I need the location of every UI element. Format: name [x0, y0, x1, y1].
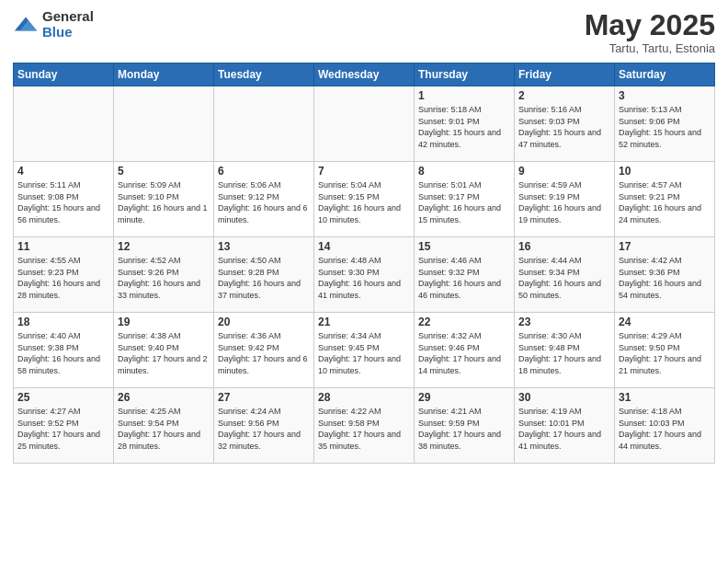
day-info: Sunrise: 4:40 AM Sunset: 9:38 PM Dayligh…	[17, 330, 109, 376]
logo-blue: Blue	[42, 25, 94, 40]
calendar-cell: 18Sunrise: 4:40 AM Sunset: 9:38 PM Dayli…	[14, 313, 114, 388]
calendar-cell: 31Sunrise: 4:18 AM Sunset: 10:03 PM Dayl…	[615, 388, 715, 464]
calendar-body: 1Sunrise: 5:18 AM Sunset: 9:01 PM Daylig…	[14, 86, 715, 464]
calendar-cell: 26Sunrise: 4:25 AM Sunset: 9:54 PM Dayli…	[114, 388, 214, 464]
day-info: Sunrise: 5:11 AM Sunset: 9:08 PM Dayligh…	[17, 179, 109, 225]
day-number: 14	[318, 240, 410, 253]
day-info: Sunrise: 5:18 AM Sunset: 9:01 PM Dayligh…	[418, 104, 510, 150]
day-number: 30	[518, 391, 610, 404]
day-info: Sunrise: 5:13 AM Sunset: 9:06 PM Dayligh…	[619, 104, 711, 150]
day-number: 26	[118, 391, 210, 404]
logo: General Blue	[13, 9, 94, 40]
day-info: Sunrise: 4:30 AM Sunset: 9:48 PM Dayligh…	[518, 330, 610, 376]
day-info: Sunrise: 4:44 AM Sunset: 9:34 PM Dayligh…	[518, 255, 610, 301]
day-number: 16	[518, 240, 610, 253]
header-monday: Monday	[114, 63, 214, 86]
logo-icon	[13, 12, 39, 38]
day-number: 15	[418, 240, 510, 253]
day-info: Sunrise: 4:38 AM Sunset: 9:40 PM Dayligh…	[118, 330, 210, 376]
calendar-cell	[114, 86, 214, 162]
day-info: Sunrise: 4:22 AM Sunset: 9:58 PM Dayligh…	[318, 406, 410, 452]
day-number: 8	[418, 165, 510, 178]
day-info: Sunrise: 5:06 AM Sunset: 9:12 PM Dayligh…	[218, 179, 310, 225]
day-info: Sunrise: 4:52 AM Sunset: 9:26 PM Dayligh…	[118, 255, 210, 301]
day-info: Sunrise: 4:24 AM Sunset: 9:56 PM Dayligh…	[218, 406, 310, 452]
logo-text: General Blue	[42, 9, 94, 40]
day-number: 22	[418, 316, 510, 328]
calendar-cell: 29Sunrise: 4:21 AM Sunset: 9:59 PM Dayli…	[415, 388, 515, 464]
calendar-week-2: 4Sunrise: 5:11 AM Sunset: 9:08 PM Daylig…	[14, 162, 715, 237]
calendar-cell: 14Sunrise: 4:48 AM Sunset: 9:30 PM Dayli…	[314, 237, 415, 313]
day-number: 4	[17, 165, 109, 178]
calendar-cell: 2Sunrise: 5:16 AM Sunset: 9:03 PM Daylig…	[515, 86, 615, 162]
calendar-cell: 25Sunrise: 4:27 AM Sunset: 9:52 PM Dayli…	[14, 388, 114, 464]
day-number: 18	[17, 316, 109, 328]
calendar-cell	[14, 86, 114, 162]
calendar-week-5: 25Sunrise: 4:27 AM Sunset: 9:52 PM Dayli…	[14, 388, 715, 464]
calendar-cell: 21Sunrise: 4:34 AM Sunset: 9:45 PM Dayli…	[314, 313, 415, 388]
logo-general: General	[42, 9, 94, 25]
calendar-cell: 1Sunrise: 5:18 AM Sunset: 9:01 PM Daylig…	[415, 86, 515, 162]
calendar-cell: 3Sunrise: 5:13 AM Sunset: 9:06 PM Daylig…	[615, 86, 715, 162]
calendar-cell: 7Sunrise: 5:04 AM Sunset: 9:15 PM Daylig…	[314, 162, 415, 237]
calendar-cell: 4Sunrise: 5:11 AM Sunset: 9:08 PM Daylig…	[14, 162, 114, 237]
day-info: Sunrise: 5:01 AM Sunset: 9:17 PM Dayligh…	[418, 179, 510, 225]
calendar-cell: 24Sunrise: 4:29 AM Sunset: 9:50 PM Dayli…	[615, 313, 715, 388]
calendar-cell: 27Sunrise: 4:24 AM Sunset: 9:56 PM Dayli…	[214, 388, 314, 464]
calendar-cell: 16Sunrise: 4:44 AM Sunset: 9:34 PM Dayli…	[515, 237, 615, 313]
header-saturday: Saturday	[615, 63, 715, 86]
calendar-week-3: 11Sunrise: 4:55 AM Sunset: 9:23 PM Dayli…	[14, 237, 715, 313]
day-number: 7	[318, 165, 410, 178]
calendar-cell: 15Sunrise: 4:46 AM Sunset: 9:32 PM Dayli…	[415, 237, 515, 313]
day-info: Sunrise: 4:36 AM Sunset: 9:42 PM Dayligh…	[218, 330, 310, 376]
day-info: Sunrise: 5:16 AM Sunset: 9:03 PM Dayligh…	[518, 104, 610, 150]
day-info: Sunrise: 4:48 AM Sunset: 9:30 PM Dayligh…	[318, 255, 410, 301]
calendar-cell: 5Sunrise: 5:09 AM Sunset: 9:10 PM Daylig…	[114, 162, 214, 237]
day-info: Sunrise: 4:29 AM Sunset: 9:50 PM Dayligh…	[619, 330, 711, 376]
day-number: 12	[118, 240, 210, 253]
calendar-week-4: 18Sunrise: 4:40 AM Sunset: 9:38 PM Dayli…	[14, 313, 715, 388]
day-info: Sunrise: 5:04 AM Sunset: 9:15 PM Dayligh…	[318, 179, 410, 225]
calendar-cell: 17Sunrise: 4:42 AM Sunset: 9:36 PM Dayli…	[615, 237, 715, 313]
day-number: 19	[118, 316, 210, 328]
calendar-subtitle: Tartu, Tartu, Estonia	[585, 41, 715, 55]
calendar-cell	[214, 86, 314, 162]
calendar-header: Sunday Monday Tuesday Wednesday Thursday…	[14, 63, 715, 86]
calendar-cell: 8Sunrise: 5:01 AM Sunset: 9:17 PM Daylig…	[415, 162, 515, 237]
day-number: 11	[17, 240, 109, 253]
calendar-title: May 2025	[585, 9, 715, 41]
calendar-cell: 22Sunrise: 4:32 AM Sunset: 9:46 PM Dayli…	[415, 313, 515, 388]
calendar-table: Sunday Monday Tuesday Wednesday Thursday…	[13, 63, 715, 464]
day-info: Sunrise: 4:46 AM Sunset: 9:32 PM Dayligh…	[418, 255, 510, 301]
calendar-cell: 28Sunrise: 4:22 AM Sunset: 9:58 PM Dayli…	[314, 388, 415, 464]
day-number: 23	[518, 316, 610, 328]
calendar-cell: 23Sunrise: 4:30 AM Sunset: 9:48 PM Dayli…	[515, 313, 615, 388]
header-wednesday: Wednesday	[314, 63, 415, 86]
day-number: 9	[518, 165, 610, 178]
header-thursday: Thursday	[415, 63, 515, 86]
header-tuesday: Tuesday	[214, 63, 314, 86]
day-number: 25	[17, 391, 109, 404]
day-number: 28	[318, 391, 410, 404]
day-number: 6	[218, 165, 310, 178]
calendar-page: General Blue May 2025 Tartu, Tartu, Esto…	[0, 0, 728, 563]
calendar-cell: 11Sunrise: 4:55 AM Sunset: 9:23 PM Dayli…	[14, 237, 114, 313]
day-info: Sunrise: 4:55 AM Sunset: 9:23 PM Dayligh…	[17, 255, 109, 301]
day-info: Sunrise: 4:27 AM Sunset: 9:52 PM Dayligh…	[17, 406, 109, 452]
header-friday: Friday	[515, 63, 615, 86]
day-info: Sunrise: 4:42 AM Sunset: 9:36 PM Dayligh…	[619, 255, 711, 301]
calendar-cell: 6Sunrise: 5:06 AM Sunset: 9:12 PM Daylig…	[214, 162, 314, 237]
day-info: Sunrise: 4:18 AM Sunset: 10:03 PM Daylig…	[619, 406, 711, 452]
day-info: Sunrise: 4:19 AM Sunset: 10:01 PM Daylig…	[518, 406, 610, 452]
day-info: Sunrise: 4:59 AM Sunset: 9:19 PM Dayligh…	[518, 179, 610, 225]
day-number: 5	[118, 165, 210, 178]
day-number: 10	[619, 165, 711, 178]
day-number: 21	[318, 316, 410, 328]
header: General Blue May 2025 Tartu, Tartu, Esto…	[13, 9, 715, 55]
day-number: 2	[518, 89, 610, 102]
day-number: 29	[418, 391, 510, 404]
day-info: Sunrise: 4:57 AM Sunset: 9:21 PM Dayligh…	[619, 179, 711, 225]
day-number: 17	[619, 240, 711, 253]
calendar-cell: 20Sunrise: 4:36 AM Sunset: 9:42 PM Dayli…	[214, 313, 314, 388]
day-number: 20	[218, 316, 310, 328]
